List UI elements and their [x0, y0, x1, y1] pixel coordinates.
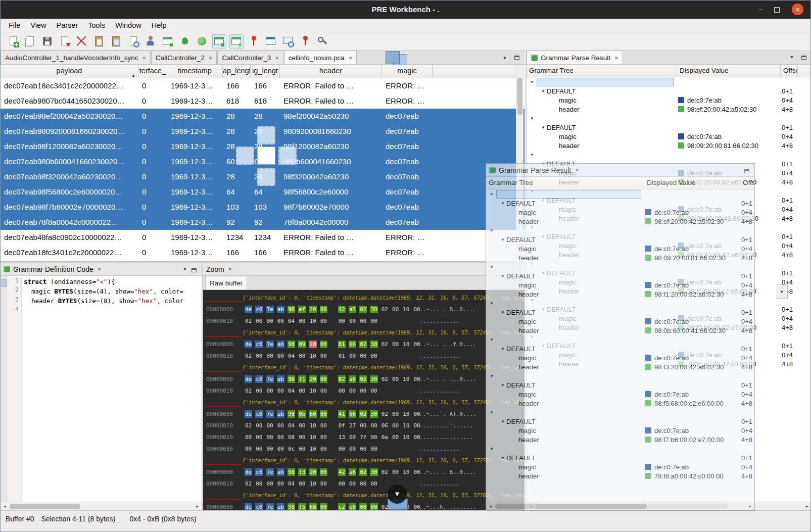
cell-interface[interactable]: 0 — [138, 78, 167, 93]
tree-row-root[interactable]: ▾ — [527, 77, 811, 86]
cell-magic[interactable]: dec07eab — [382, 109, 433, 124]
tree-row-root[interactable]: ▾ — [527, 150, 811, 159]
hex-byte[interactable]: 98 — [288, 375, 295, 383]
hex-byte[interactable]: 00 — [298, 422, 306, 429]
cell-interface[interactable]: 0 — [138, 139, 167, 154]
chevron-down-icon[interactable]: ▾ — [488, 410, 495, 415]
code-lines[interactable]: struct (endianness="<"){ magic BYTES(siz… — [24, 277, 202, 502]
hex-row[interactable]: 00000000dec07eab98ef2000 42a502300200100… — [203, 304, 524, 315]
ghost-horizontal-scrollbar[interactable]: ◂ ▸ — [486, 502, 754, 510]
column-header-payload[interactable]: payload▲ — [1, 65, 138, 78]
cell-interface[interactable]: 0 — [138, 200, 167, 215]
hex-byte[interactable]: 00 — [320, 306, 327, 313]
cell-magic[interactable]: dec07eab — [382, 200, 433, 215]
tree-row-root[interactable]: ▾ — [486, 444, 754, 453]
hex-byte[interactable]: 02 — [381, 341, 389, 348]
hex-row[interactable]: 000000100200000004001000 00000000.......… — [203, 315, 524, 327]
dock-drop-top-target[interactable] — [257, 126, 275, 144]
cell-orig[interactable]: 64 — [251, 184, 280, 200]
cell-magic[interactable]: dec07eab — [382, 124, 433, 139]
new-file-icon[interactable] — [6, 34, 20, 49]
cell-header[interactable]: 98f7b60002e70000 — [280, 200, 382, 215]
tree-row-magic[interactable]: magicde:c0:7e:ab0+4 — [527, 132, 811, 141]
hex-byte[interactable]: 42 — [338, 468, 346, 476]
scroll-left-icon[interactable]: ◂ — [487, 503, 494, 510]
close-panel-icon[interactable]: × — [228, 265, 232, 273]
hex-byte[interactable]: c0 — [255, 410, 263, 418]
code-editor[interactable]: 1234 struct (endianness="<"){ magic BYTE… — [1, 276, 202, 502]
hex-row[interactable]: 000000200000000008001000 13007f000a00100… — [203, 431, 524, 443]
scroll-down-hint[interactable]: ▼ — [388, 485, 407, 504]
hex-byte[interactable]: 00 — [277, 317, 284, 325]
hex-byte[interactable]: 98 — [288, 503, 295, 510]
hex-byte[interactable]: 7e — [266, 375, 274, 383]
table-row[interactable]: dec07eab98f7b60002e70000020…01969-12-3…1… — [1, 200, 524, 215]
hex-byte[interactable]: 00 — [266, 422, 274, 429]
tree-column-header-displayed-value[interactable]: Displayed Value — [644, 177, 740, 189]
chevron-down-icon[interactable]: ▾ — [488, 373, 495, 378]
hex-byte[interactable]: 0c — [288, 445, 295, 453]
hex-row[interactable]: 00000000dec07eab980b6000 416602300200100… — [203, 408, 524, 420]
hex-byte[interactable]: ab — [277, 375, 284, 383]
cell-timestamp[interactable]: 1969-12-3… — [167, 93, 223, 109]
hex-byte[interactable]: e6 — [349, 503, 356, 510]
hex-byte[interactable]: 27 — [349, 422, 356, 429]
hex-byte[interactable]: 42 — [338, 306, 346, 313]
cell-header[interactable]: ERROR: Failed to … — [280, 78, 382, 93]
tree-row-root[interactable]: ▾ — [486, 299, 754, 308]
tree-row-magic[interactable]: magicde:c0:7e:ab0+4 — [486, 462, 754, 471]
hex-row[interactable]: 00000000dec07eab98f56800 c2e600000200100… — [203, 501, 524, 510]
cell-timestamp[interactable]: 1969-12-3… — [167, 169, 223, 184]
cell-orig[interactable]: 1234 — [251, 230, 280, 245]
cell-payload[interactable]: dec07eab98f3200042a60230020… — [1, 169, 138, 184]
tab-list-dropdown-icon[interactable]: ▾ — [500, 53, 510, 63]
hex-byte[interactable]: a5 — [349, 306, 356, 313]
tree-row-header[interactable]: header98:f5:68:00:c2:e6:00:004+8 — [486, 399, 754, 408]
hex-byte[interactable]: de — [245, 375, 252, 383]
cell-interface[interactable]: 0 — [138, 154, 167, 169]
cell-timestamp[interactable]: 1969-12-3… — [167, 124, 223, 139]
hex-byte[interactable]: 10 — [309, 445, 317, 453]
cell-interface[interactable]: 0 — [138, 109, 167, 124]
hex-byte[interactable]: 00 — [277, 352, 284, 360]
chevron-down-icon[interactable]: ▾ — [499, 273, 506, 278]
ghost-titlebar[interactable]: Grammar Parse Result × — [486, 164, 754, 177]
minimize-button[interactable]: – — [755, 5, 766, 15]
tree-row-root[interactable]: ▾ — [486, 226, 754, 235]
tree-row-magic[interactable]: magicde:c0:7e:ab0+4 — [486, 390, 754, 399]
cell-timestamp[interactable]: 1969-12-3… — [167, 109, 223, 124]
hex-byte[interactable]: 02 — [359, 341, 367, 348]
scrollbar-thumb[interactable] — [495, 504, 647, 509]
hex-byte[interactable]: 00 — [277, 387, 284, 395]
tree-column-header-grammar-tree[interactable]: Grammar Tree — [486, 177, 644, 189]
cell-cap[interactable]: 28 — [223, 124, 251, 139]
tab-cellinfo_nosim.pca[interactable]: cellinfo_nosim.pca× — [284, 51, 357, 64]
preview-icon[interactable] — [126, 34, 140, 49]
cell-header[interactable]: ERROR: Failed to … — [280, 93, 382, 109]
save-icon[interactable] — [40, 34, 55, 49]
hex-byte[interactable]: 00 — [320, 375, 327, 383]
hex-byte[interactable]: a6 — [349, 468, 356, 476]
hex-byte[interactable]: 04 — [288, 422, 295, 429]
code-horizontal-scrollbar[interactable]: ◂ ▸ — [1, 502, 202, 510]
cell-orig[interactable]: 103 — [251, 200, 280, 215]
menu-tools[interactable]: Tools — [83, 20, 110, 31]
hex-byte[interactable]: 10 — [402, 341, 410, 348]
hex-byte[interactable]: ef — [298, 306, 306, 313]
hex-row[interactable]: 000000100200000004001000 01000000.......… — [203, 350, 524, 362]
cell-orig[interactable]: 92 — [251, 215, 280, 230]
hex-byte[interactable]: 02 — [359, 410, 367, 418]
tab-close-icon[interactable]: × — [209, 54, 213, 62]
tree-row-root[interactable]: ▾ — [486, 335, 754, 344]
cell-payload[interactable]: dec07eab48fa8c0902c10000022… — [1, 230, 138, 245]
hex-byte[interactable]: 00 — [370, 387, 377, 395]
hex-byte[interactable]: 00 — [392, 433, 399, 441]
scroll-right-icon[interactable]: ▸ — [746, 503, 754, 510]
hex-byte[interactable]: ab — [277, 306, 284, 313]
bookmark-icon[interactable] — [298, 34, 312, 49]
grammar-window-icon[interactable] — [161, 34, 175, 49]
chevron-down-icon[interactable]: ▾ — [499, 455, 506, 460]
close-panel-icon[interactable]: × — [575, 166, 579, 174]
cell-orig[interactable]: 618 — [251, 93, 280, 109]
hex-byte[interactable]: 00 — [266, 433, 274, 441]
